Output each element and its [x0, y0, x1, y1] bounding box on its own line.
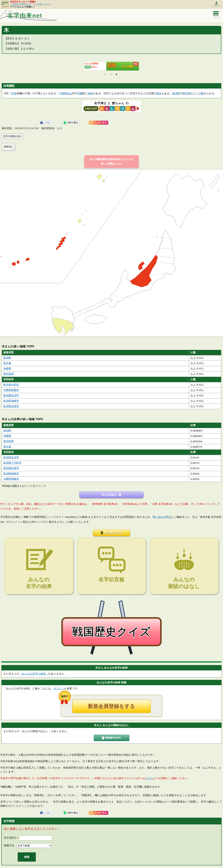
region-count: およそ10人 [189, 388, 221, 393]
send-info-button[interactable]: 名字の情報を送る [1, 133, 24, 139]
region-link[interactable]: 新潟県魚沼市 [3, 456, 19, 459]
sengoku-quiz-banner[interactable]: 戦国歴史クイズ [0, 600, 223, 656]
inline-link[interactable]: 東京都 [183, 92, 190, 95]
facebook-icon: f [40, 812, 43, 814]
search-submit-button[interactable]: 検索 [18, 852, 36, 862]
search-method-select[interactable]: 名字で検索 [17, 843, 52, 848]
surname-kanji-input[interactable] [19, 835, 52, 841]
region-ratio: 0.011% [189, 455, 221, 460]
inline-link[interactable]: 新潟県 [172, 92, 180, 95]
inline-link[interactable]: 千葉県 [59, 92, 67, 95]
region-link[interactable]: 新潟県魚沼市 [3, 394, 19, 397]
family-tree-ad-banner[interactable]: みんなの家系図 家系図 NO.1 150 万人が登録 無料 [84, 62, 139, 70]
region-link[interactable]: 鹿児島県 [3, 440, 14, 443]
site-logo[interactable]: 名字由来net [7, 12, 42, 20]
ranking-banner-line2[interactable]: 詳しい情報はこちら [86, 161, 137, 166]
surname-population: 【全国人数】 およそ30人 [4, 46, 219, 51]
register-panel: 無料!! 新規会員登録をする [61, 695, 162, 717]
column-banner[interactable]: 名字博士 と 愛ちゃん の ためになる!! おもしろコラム [82, 100, 141, 113]
region-count: およそ10人 [189, 404, 221, 409]
instagram-follow-button[interactable]: フォローする [89, 121, 108, 125]
carousel-dots[interactable]: ○ ○ ● [0, 72, 223, 75]
inline-link[interactable]: 少数 [198, 92, 203, 95]
menu-label: メニュー [213, 16, 220, 19]
region-link[interactable]: 新潟県十日町市 [3, 461, 22, 464]
region-ratio: 0.00068% [189, 428, 221, 433]
table-row: 沖縄県那覇市0.002% [2, 476, 221, 482]
table-row: 新潟県柏崎市およそ10人 [2, 398, 221, 404]
omamori-icon [102, 736, 104, 740]
kamon-section-header: 木さん みんなの家紋のはなし [1, 722, 222, 728]
region-link[interactable]: 東京都 [3, 445, 11, 448]
region-count: およそ10人 [189, 398, 221, 404]
social-row: fいいね！ LINELINEで送る フォローする [39, 121, 223, 125]
many-regions-title: 木さんの多い地域 TOP5 [2, 344, 221, 348]
inline-link[interactable]: 問い合わせ窓口 [153, 516, 171, 518]
disclaimer-notes: ※名字の順位・人数は2025年10月時点の政府発表統計および全国電話帳データを元… [0, 753, 223, 808]
table-row: 東京都0.00007% [2, 444, 221, 450]
surname-reading: 【読み】き,きい,もく [4, 36, 219, 41]
prefecture-ranking-banner[interactable]: 木さん都道府県別(市区町村別)ランキング!! 詳しい情報はこちら [84, 155, 139, 168]
quiz-banner-box[interactable]: 戦国歴史クイズ [61, 617, 162, 646]
inline-link[interactable]: 木角 [11, 92, 17, 95]
inline-link[interactable]: 場合 [156, 92, 161, 95]
card-minna-yurai[interactable]: みんなの 名字の由来 [4, 538, 73, 594]
region-link[interactable]: 新潟県柏崎市 [3, 399, 19, 402]
column-tile: ろ [115, 106, 120, 111]
region-link[interactable]: 新潟県柏崎市 [3, 472, 19, 475]
inline-link[interactable]: 「みんなの名字の由来」 [19, 672, 48, 675]
note-line: ※名字の情報を欲しい方は「情報求む」ボタンを押してください。「情報求む」欄には最… [0, 793, 223, 797]
note-line: ※解説欄に「詳細不明」等と記載されている場合でも、「読み」や「有名人情報」が更新… [0, 785, 223, 789]
region-link[interactable]: 新潟県 [3, 429, 11, 432]
region-link[interactable]: 沖縄県那覇市 [3, 389, 19, 392]
menu-button[interactable]: メニュー [213, 10, 220, 19]
kanji-field-label: 名字(漢字) [4, 836, 16, 840]
kamon-omamori-button[interactable]: 家紋御守を作る [94, 735, 129, 741]
region-link[interactable]: 沖縄県那覇市 [3, 477, 19, 480]
facebook-like-button[interactable]: fいいね！ [39, 121, 53, 124]
social-row-2: fいいね！ LINELINEで送る フォローする [39, 811, 223, 815]
download-icon [214, 1, 219, 5]
region-link[interactable]: 東京都大田区 [3, 383, 19, 386]
instagram-follow-button[interactable]: フォローする [89, 811, 108, 815]
japan-distribution-map[interactable] [0, 169, 223, 336]
table-row: 沖縄県那覇市およそ10人 [2, 388, 221, 393]
arrow-right-icon [137, 106, 139, 111]
table-row: 新潟県魚沼市0.011% [2, 455, 221, 460]
table-row: 沖縄県0.00046% [2, 433, 221, 439]
line-share-button[interactable]: LINELINEで送る [62, 811, 79, 815]
inline-link[interactable]: 地名 [88, 92, 93, 95]
region-ratio: 0.007% [189, 466, 221, 471]
register-button[interactable]: 新規会員登録をする [72, 700, 151, 713]
celebrity-list-button[interactable]: 木さん有名人一覧 [79, 492, 144, 498]
note-line: ※名字の順位・人数は2025年10月時点の政府発表統計および全国電話帳データを元… [0, 753, 223, 757]
region-link[interactable]: 鹿児島県 [3, 372, 14, 375]
region-link[interactable]: 新潟県佐渡市 [3, 467, 19, 470]
region-link[interactable]: 沖縄県 [3, 367, 11, 370]
facebook-like-button[interactable]: fいいね！ [39, 811, 53, 815]
feature-cards: みんなの 名字の由来 名字伝言板 [0, 538, 223, 594]
card-dengonban[interactable]: 名字伝言板 [77, 538, 146, 594]
post-section: みんなの名字の由来 投稿 「みんなの名字の由来」に書きこむには、ログインが必要で… [1, 680, 222, 720]
name-omamori-button[interactable]: 名字御守を作る [93, 529, 130, 536]
ranking-banner-line1[interactable]: 木さん都道府県別(市区町村別)ランキング!! [86, 157, 137, 161]
region-count: およそ10人 [189, 355, 221, 361]
line-icon: LINE [63, 811, 66, 814]
inline-link[interactable]: こちら [145, 777, 153, 780]
region-link[interactable]: 新潟県佐渡市 [3, 405, 19, 408]
origin-text: 木臣（木角宿禰の子孫）の子孫ともいわれる。千葉県流山市や印旛郡に地名がある。目印… [2, 89, 221, 98]
region-link[interactable]: 沖縄県 [3, 434, 11, 437]
region-link[interactable]: 東京都 [3, 362, 11, 365]
line-share-button[interactable]: LINELINEで送る [62, 121, 79, 125]
inline-link[interactable]: ログイン [54, 687, 64, 690]
install-button[interactable]: インストール [212, 1, 221, 7]
inline-link[interactable]: 印旛 [77, 92, 82, 95]
request-info-button[interactable]: 情報求む [1, 143, 15, 151]
region-count: およそ10人 [189, 366, 221, 371]
app-cta-text: アプリならより快適に！ [10, 5, 52, 8]
card-label: みんなの 名字の由来 [6, 576, 72, 590]
inline-link[interactable]: 流山 [67, 92, 72, 95]
region-link[interactable]: 新潟県 [3, 356, 11, 359]
card-kamon-hanashi[interactable]: みんなの 家紋のはなし [150, 538, 219, 594]
section-divider [1, 661, 222, 663]
